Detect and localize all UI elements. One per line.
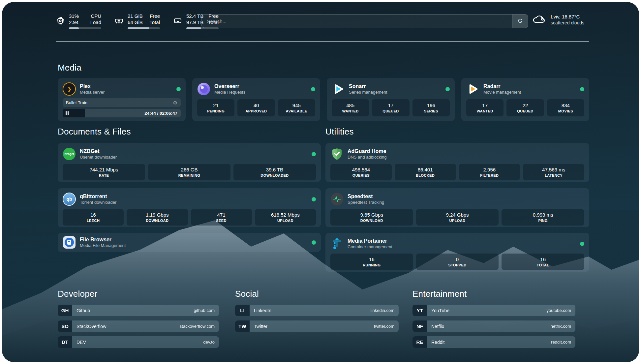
service-title: qBittorrent <box>80 193 116 199</box>
stat-label: QUERIES <box>352 173 370 177</box>
bookmark-dev[interactable]: DT DEV dev.to <box>58 336 219 348</box>
system-stats: 31% 2.94 CPU Load <box>56 13 219 29</box>
search-input[interactable] <box>201 15 512 28</box>
bookmark-url: twitter.com <box>374 320 399 332</box>
bookmark-twitter[interactable]: TW Twitter twitter.com <box>235 320 399 332</box>
service-card-qbittorrent[interactable]: qb qBittorrent Torrent downloader 16 LEE… <box>58 188 321 227</box>
disk-icon <box>173 16 182 25</box>
bookmark-abbr: TW <box>235 320 250 332</box>
section-title-social: Social <box>235 289 259 299</box>
adguard-icon <box>330 147 344 161</box>
weather-location-temp: Lviv, 16.87°C <box>551 14 584 19</box>
stat-label: STOPPED <box>448 263 466 267</box>
status-online-dot <box>312 152 316 156</box>
service-card-adguard[interactable]: AdGuard Home DNS and adblocking 498,564 … <box>325 143 589 182</box>
social-bookmarks: LI LinkedIn linkedin.com TW Twitter twit… <box>235 305 399 336</box>
service-subtitle: DNS and adblocking <box>348 155 387 160</box>
stat-value: 0 <box>456 257 459 262</box>
stat-filtered: 2,956 FILTERED <box>459 164 520 180</box>
stat-value: 744.21 Mbps <box>90 167 118 172</box>
stat-value: 47.569 ms <box>542 167 565 172</box>
stat-label: TOTAL <box>537 263 549 267</box>
bookmark-reddit[interactable]: RE Reddit reddit.com <box>412 336 575 348</box>
bookmark-url: netflix.com <box>551 320 575 332</box>
filebrowser-icon <box>63 236 76 249</box>
stat-value: 16 <box>90 212 96 218</box>
stat-label: MOVIES <box>558 109 573 113</box>
bookmark-url: linkedin.com <box>371 305 399 316</box>
service-card-nzbget[interactable]: nzbget NZBGet Usenet downloader 744.21 M… <box>58 143 321 182</box>
cpu-load-value: 2.94 <box>69 19 79 26</box>
stat-queued: 17 QUEUED <box>372 99 409 116</box>
service-card-filebrowser[interactable]: File Browser Media File Management <box>58 233 321 252</box>
service-card-plex[interactable]: ❯ Plex Media server Bullet Train ⚙ 24:44… <box>58 78 186 121</box>
overseerr-icon <box>197 82 210 96</box>
cpu-load-label: Load <box>90 19 101 26</box>
service-card-radarr[interactable]: Radarr Movie management 17 WANTED 22 QUE… <box>461 78 589 121</box>
bookmark-stackoverflow[interactable]: SO StackOverflow stackoverflow.com <box>58 320 219 332</box>
stat-blocked: 86,401 BLOCKED <box>395 164 456 180</box>
status-online-dot <box>176 87 181 91</box>
service-subtitle: Container management <box>348 244 392 250</box>
service-card-overseerr[interactable]: Overseerr Media Requests 21 PENDING 40 A… <box>192 78 320 121</box>
service-subtitle: Media server <box>80 90 105 95</box>
weather-widget[interactable]: Lviv, 16.87°C scattered clouds <box>532 13 584 26</box>
status-online-dot <box>580 87 584 91</box>
section-title-entertainment: Entertainment <box>412 289 467 299</box>
bookmark-abbr: LI <box>235 305 250 316</box>
stat-latency: 47.569 ms LATENCY <box>523 164 584 180</box>
stat-value: 485 <box>346 103 354 108</box>
now-playing-title: Bullet Train <box>66 100 87 105</box>
ram-free-value: 21 GiB <box>128 13 143 19</box>
cpu-usage-value: 31% <box>69 13 79 19</box>
service-title: Speedtest <box>348 193 384 199</box>
stat-value: 16 <box>369 257 375 262</box>
service-subtitle: Media File Management <box>80 243 126 248</box>
dashboard-window: 31% 2.94 CPU Load <box>2 2 639 362</box>
ram-free-label: Free <box>149 13 160 19</box>
bookmark-youtube[interactable]: YT YouTube youtube.com <box>412 305 575 316</box>
service-subtitle: Movie management <box>483 90 521 95</box>
stat-value: 196 <box>427 103 435 108</box>
section-title-utilities: Utilities <box>325 127 354 137</box>
stat-value: 22 <box>523 103 528 108</box>
bookmark-abbr: GH <box>58 305 72 316</box>
service-card-speedtest[interactable]: Speedtest Speedtest Tracking 9.65 Gbps D… <box>325 188 589 227</box>
stat-label: PING <box>538 219 548 223</box>
bookmark-name: DEV <box>72 336 86 348</box>
stat-value: 834 <box>562 103 570 108</box>
bookmark-abbr: YT <box>412 305 427 316</box>
stat-label: LEECH <box>87 219 100 223</box>
cloud-icon <box>532 13 546 26</box>
stat-label: BLOCKED <box>416 173 435 177</box>
stat-label: QUEUED <box>382 109 399 113</box>
stat-value: 2,956 <box>483 167 496 172</box>
bookmark-abbr: DT <box>58 336 72 348</box>
stat-value: 9.65 Gbps <box>360 212 383 218</box>
status-online-dot <box>312 197 316 201</box>
service-card-sonarr[interactable]: Sonarr Series management 485 WANTED 17 Q… <box>327 78 455 121</box>
stat-value: 39.6 TB <box>266 167 283 172</box>
service-card-portainer[interactable]: Media Portainer Container management 16 … <box>325 233 589 272</box>
bookmark-netflix[interactable]: NF Netflix netflix.com <box>412 320 575 332</box>
search-provider-button[interactable]: G <box>512 15 528 28</box>
stat-label: RATE <box>99 173 109 177</box>
bookmark-url: dev.to <box>203 336 219 348</box>
portainer-icon <box>330 237 344 250</box>
pause-icon <box>66 111 69 115</box>
bookmark-github[interactable]: GH Github github.com <box>58 305 219 316</box>
bookmark-linkedin[interactable]: LI LinkedIn linkedin.com <box>235 305 399 316</box>
stat-value: 17 <box>388 103 394 108</box>
service-title: File Browser <box>80 236 126 243</box>
screen: 31% 2.94 CPU Load <box>0 0 641 364</box>
ram-icon <box>114 16 124 25</box>
gear-icon[interactable]: ⚙ <box>173 100 177 105</box>
stat-value: 266 GB <box>181 167 198 172</box>
bookmark-abbr: NF <box>412 320 427 332</box>
bookmark-name: LinkedIn <box>250 305 271 316</box>
stat-wanted: 485 WANTED <box>332 99 369 116</box>
stat-approved: 40 APPROVED <box>237 99 275 116</box>
stat-movies: 834 MOVIES <box>547 99 584 116</box>
stat-label: APPROVED <box>246 109 267 113</box>
bookmark-url: github.com <box>194 305 219 316</box>
